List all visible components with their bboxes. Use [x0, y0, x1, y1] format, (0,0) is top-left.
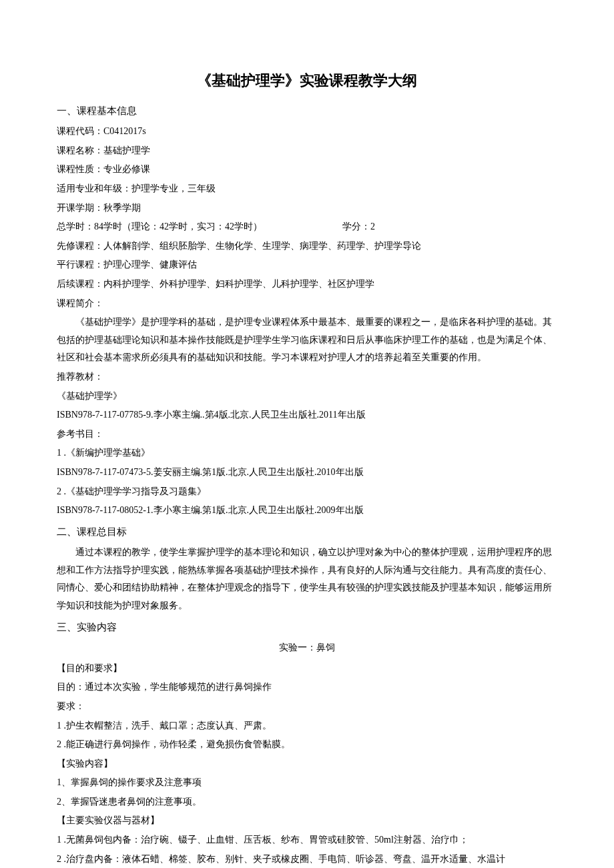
section-2-body: 通过本课程的教学，使学生掌握护理学的基本理论和知识，确立以护理对象为中心的整体护… — [57, 544, 557, 614]
hours-value: 84学时（理论：42学时，实习：42学时） — [94, 222, 262, 232]
ref-2-title-row: 2 .《基础护理学学习指导及习题集》 — [57, 483, 557, 501]
ref-1-title: 《新编护理学基础》 — [66, 448, 150, 458]
instruments-header: 【主要实验仪器与器材】 — [57, 812, 557, 830]
followup-value: 内科护理学、外科护理学、妇科护理学、儿科护理学、社区护理学 — [103, 279, 374, 289]
ref-2-info: ISBN978-7-117-08052-1.李小寒主编.第1版.北京.人民卫生出… — [57, 502, 557, 520]
requirements-label: 要求： — [57, 698, 557, 716]
term-value: 秋季学期 — [103, 203, 141, 213]
term-row: 开课学期：秋季学期 — [57, 199, 557, 218]
course-nature-value: 专业必修课 — [103, 164, 150, 174]
prereq-label: 先修课程： — [57, 241, 103, 251]
textbook-label: 推荐教材： — [57, 368, 557, 386]
course-name-row: 课程名称：基础护理学 — [57, 142, 557, 160]
requirement-2: 2 .能正确进行鼻饲操作，动作轻柔，避免损伤食管黏膜。 — [57, 736, 557, 754]
content-1: 1、掌握鼻饲的操作要求及注意事项 — [57, 774, 557, 792]
course-code-value: C0412017s — [103, 126, 146, 136]
intro-body: 《基础护理学》是护理学科的基础，是护理专业课程体系中最基本、最重要的课程之一，是… — [57, 314, 557, 367]
course-nature-label: 课程性质： — [57, 164, 103, 174]
prereq-row: 先修课程：人体解剖学、组织胚胎学、生物化学、生理学、病理学、药理学、护理学导论 — [57, 238, 557, 256]
followup-label: 后续课程： — [57, 279, 103, 289]
textbook-info: ISBN978-7-117-07785-9.李小寒主编..第4版.北京.人民卫生… — [57, 406, 557, 424]
course-nature-row: 课程性质：专业必修课 — [57, 161, 557, 179]
section-3-header: 三、实验内容 — [57, 618, 557, 637]
hours-credit-row: 总学时：84学时（理论：42学时，实习：42学时） 学分：2 — [57, 218, 557, 236]
term-label: 开课学期： — [57, 203, 103, 213]
apply-value: 护理学专业，三年级 — [131, 183, 216, 193]
prereq-value: 人体解剖学、组织胚胎学、生物化学、生理学、病理学、药理学、护理学导论 — [103, 241, 421, 251]
apply-label: 适用专业和年级： — [57, 183, 131, 193]
credit-value: 2 — [370, 222, 375, 232]
ref-1-num: 1 . — [57, 448, 66, 458]
content-2: 2、掌握昏迷患者鼻饲的注意事项。 — [57, 793, 557, 811]
ref-1-info: ISBN978-7-117-07473-5.姜安丽主编.第1版.北京.人民卫生出… — [57, 464, 557, 482]
ref-1-title-row: 1 .《新编护理学基础》 — [57, 444, 557, 462]
intro-label: 课程简介： — [57, 295, 557, 313]
requirement-1: 1 .护生衣帽整洁，洗手、戴口罩；态度认真、严肃。 — [57, 717, 557, 735]
content-header: 【实验内容】 — [57, 755, 557, 773]
instrument-2: 2 .治疗盘内备：液体石蜡、棉签、胶布、别针、夹子或橡皮圈、手电筒、听诊器、弯盘… — [57, 851, 557, 868]
textbook-title: 《基础护理学》 — [57, 388, 557, 406]
course-name-value: 基础护理学 — [103, 145, 150, 155]
ref-2-title: 《基础护理学学习指导及习题集》 — [66, 486, 206, 496]
reference-label: 参考书目： — [57, 426, 557, 444]
parallel-row: 平行课程：护理心理学、健康评估 — [57, 256, 557, 274]
course-name-label: 课程名称： — [57, 145, 103, 155]
purpose-header: 【目的和要求】 — [57, 660, 557, 678]
hours-label: 总学时： — [57, 222, 94, 232]
course-code-row: 课程代码：C0412017s — [57, 123, 557, 141]
purpose-text: 目的：通过本次实验，学生能够规范的进行鼻饲操作 — [57, 679, 557, 697]
credit-label: 学分： — [342, 222, 370, 232]
parallel-value: 护理心理学、健康评估 — [103, 260, 197, 270]
instrument-1: 1 .无菌鼻饲包内备：治疗碗、镊子、止血钳、压舌板、纱布、胃管或硅胶管、50ml… — [57, 831, 557, 849]
experiment-1-title: 实验一：鼻饲 — [57, 639, 557, 657]
section-2-header: 二、课程总目标 — [57, 522, 557, 542]
ref-2-num: 2 . — [57, 486, 66, 496]
page-title: 《基础护理学》实验课程教学大纲 — [57, 67, 557, 95]
apply-row: 适用专业和年级：护理学专业，三年级 — [57, 180, 557, 198]
section-1-header: 一、课程基本信息 — [57, 101, 557, 121]
followup-row: 后续课程：内科护理学、外科护理学、妇科护理学、儿科护理学、社区护理学 — [57, 276, 557, 294]
parallel-label: 平行课程： — [57, 260, 103, 270]
course-code-label: 课程代码： — [57, 126, 103, 136]
